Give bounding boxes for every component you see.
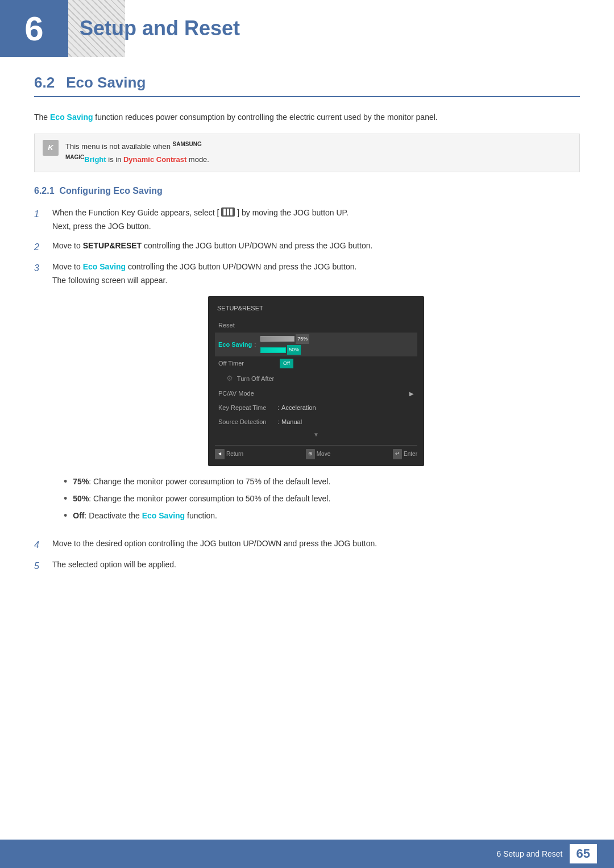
enter-button: ↵ Enter <box>393 449 417 459</box>
monitor-item-offtimer-label: Off Timer <box>218 358 275 369</box>
note-icon: K <box>43 140 59 156</box>
eco-bar-50-label: 50% <box>287 345 301 355</box>
chapter-block: 6 <box>0 0 68 57</box>
eco-bar-50-row: 50% <box>260 345 309 355</box>
move-icon: ⊕ <box>306 449 315 459</box>
move-button: ⊕ Move <box>306 449 330 459</box>
eco-bar-75-row: 75% <box>260 334 309 344</box>
bullet-text-75: 75%: Change the monitor power consumptio… <box>73 475 330 488</box>
return-label: Return <box>226 449 243 459</box>
step-content-1: When the Function Key Guide appears, sel… <box>52 206 580 234</box>
monitor-menu-item-eco: Eco Saving : 75% 50% <box>215 333 417 357</box>
eco-bar-50 <box>260 347 286 353</box>
scroll-indicator: ▼ <box>215 430 417 439</box>
monitor-menu-item-offtimer: Off Timer Off <box>215 356 417 371</box>
monitor-menu-title: SETUP&RESET <box>215 303 417 314</box>
step-item-5: 5 The selected option will be applied. <box>34 558 580 574</box>
jog-icon <box>221 207 235 217</box>
step-content-3: Move to Eco Saving controlling the JOG b… <box>52 260 580 531</box>
eco-saving-off-label: Eco Saving <box>142 511 185 520</box>
step-number-2: 2 <box>34 239 45 255</box>
step-content-2: Move to SETUP&RESET controlling the JOG … <box>52 239 580 255</box>
subsection-heading: 6.2.1 Configuring Eco Saving <box>34 186 580 196</box>
note-text: This menu is not available when SAMSUNGM… <box>65 140 209 166</box>
footer-text: 6 Setup and Reset <box>497 849 563 858</box>
return-icon: ◄ <box>215 449 225 459</box>
step-item-1: 1 When the Function Key Guide appears, s… <box>34 206 580 234</box>
bullet-off-bold: Off <box>73 511 84 520</box>
eco-saving-step3-label: Eco Saving <box>83 262 126 271</box>
section-title: Eco Saving <box>66 74 146 92</box>
enter-icon: ↵ <box>393 449 402 459</box>
monitor-item-pcav-label: PC/AV Mode <box>218 388 275 399</box>
monitor-item-turnoff-label: ⚙ Turn Off After <box>226 372 274 385</box>
eco-bar-75 <box>260 336 294 342</box>
intro-paragraph: The Eco Saving function reduces power co… <box>34 111 580 124</box>
monitor-item-keyrepeat-label: Key Repeat Time <box>218 402 275 413</box>
main-content: 6.2 Eco Saving The Eco Saving function r… <box>0 74 614 628</box>
step-item-3: 3 Move to Eco Saving controlling the JOG… <box>34 260 580 531</box>
monitor-menu-item-source: Source Detection : Manual <box>215 415 417 429</box>
monitor-menu-item-pcav: PC/AV Mode ▶ <box>215 387 417 401</box>
monitor-item-reset-label: Reset <box>218 320 275 331</box>
bullet-item-75: • 75%: Change the monitor power consumpt… <box>64 475 580 488</box>
monitor-item-source-value: Manual <box>281 417 302 427</box>
return-button: ◄ Return <box>215 449 243 459</box>
bullet-75-bold: 75% <box>73 477 89 486</box>
section-number: 6.2 <box>34 74 55 92</box>
step-content-4: Move to the desired option controlling t… <box>52 537 580 553</box>
step-item-4: 4 Move to the desired option controlling… <box>34 537 580 553</box>
monitor-screen: SETUP&RESET Reset Eco Saving : 75% <box>208 296 424 466</box>
step-number-1: 1 <box>34 206 45 234</box>
eco-bar-75-label: 75% <box>296 334 309 344</box>
chapter-title: Setup and Reset <box>80 16 240 40</box>
setup-reset-label: SETUP&RESET <box>83 241 142 250</box>
subsection-title: Configuring Eco Saving <box>59 186 162 196</box>
eco-saving-intro-bold: Eco Saving <box>50 113 93 122</box>
monitor-bottom-bar: ◄ Return ⊕ Move ↵ Enter <box>215 445 417 459</box>
section-heading: 6.2 Eco Saving <box>34 74 580 97</box>
step-number-3: 3 <box>34 260 45 531</box>
step-content-5: The selected option will be applied. <box>52 558 580 574</box>
bullet-text-50: 50%: Change the monitor power consumptio… <box>73 492 330 505</box>
monitor-menu-item-reset: Reset <box>215 318 417 333</box>
bullet-50-bold: 50% <box>73 494 89 503</box>
monitor-item-eco-label: Eco Saving <box>218 339 252 350</box>
step-number-5: 5 <box>34 558 45 574</box>
step-item-2: 2 Move to SETUP&RESET controlling the JO… <box>34 239 580 255</box>
page-footer: 6 Setup and Reset 65 <box>0 840 614 868</box>
bright-label: Bright <box>84 155 106 164</box>
bullet-item-off: • Off: Deactivate the Eco Saving functio… <box>64 509 580 522</box>
note-box: K This menu is not available when SAMSUN… <box>34 134 580 172</box>
monitor-menu-item-turnoff: ⚙ Turn Off After <box>215 371 417 387</box>
eco-off-label: Off <box>280 359 293 368</box>
monitor-item-source-label: Source Detection <box>218 417 275 427</box>
monitor-menu-item-keyrepeat: Key Repeat Time : Acceleration <box>215 401 417 415</box>
bullet-item-50: • 50%: Change the monitor power consumpt… <box>64 492 580 505</box>
page-number: 65 <box>570 844 597 863</box>
pcav-arrow: ▶ <box>409 389 414 398</box>
eco-bars: 75% 50% <box>260 334 309 355</box>
move-label: Move <box>317 449 330 459</box>
steps-list: 1 When the Function Key Guide appears, s… <box>34 206 580 574</box>
enter-label: Enter <box>404 449 417 459</box>
bullet-text-off: Off: Deactivate the Eco Saving function. <box>73 509 217 522</box>
bullet-list: • 75%: Change the monitor power consumpt… <box>52 475 580 522</box>
page-header: 6 Setup and Reset <box>0 0 614 57</box>
subsection-number: 6.2.1 <box>34 186 55 196</box>
monitor-item-keyrepeat-value: Acceleration <box>281 402 316 413</box>
chapter-number: 6 <box>24 9 43 48</box>
dynamic-contrast-label: Dynamic Contrast <box>123 155 186 164</box>
step-number-4: 4 <box>34 537 45 553</box>
